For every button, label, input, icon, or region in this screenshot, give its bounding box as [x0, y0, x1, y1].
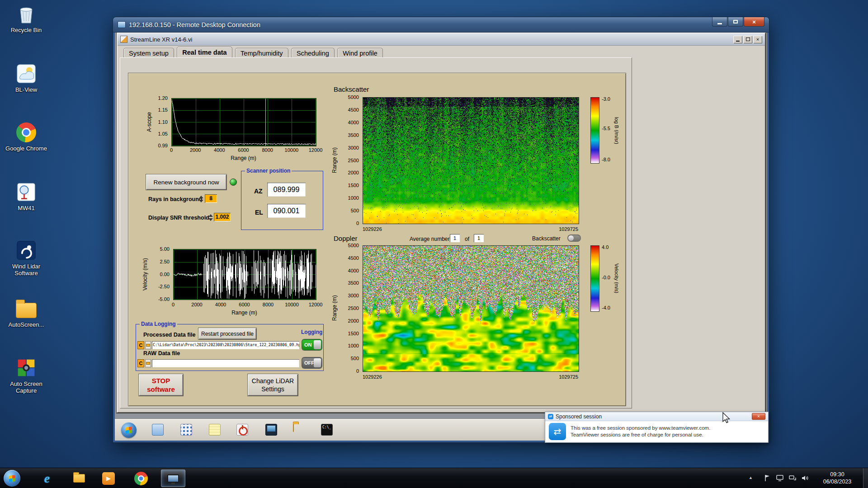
- hidden-icons-caret[interactable]: ▲: [749, 475, 753, 480]
- rdp-titlebar[interactable]: 192.168.0.150 - Remote Desktop Connectio…: [113, 17, 769, 33]
- backscatter-colorbar-label: log B (/m/sr): [613, 97, 620, 164]
- display-snr-threshold-field[interactable]: 1.002: [214, 213, 231, 221]
- internet-explorer-taskbar-button[interactable]: e: [35, 469, 59, 487]
- internet-explorer-icon: e: [44, 471, 50, 486]
- rays-in-background-field[interactable]: 8: [205, 194, 217, 203]
- desktop-icon-bl-view[interactable]: BL-View: [1, 62, 52, 93]
- tab-temp-humidity[interactable]: Temp/humidity: [235, 48, 288, 57]
- wind-lidar-icon: [1, 239, 52, 262]
- action-center-flag-icon[interactable]: [763, 474, 771, 482]
- processed-data-file-path[interactable]: C:\Lidar\Data\Proc\2023\202308\20230806\…: [152, 341, 299, 349]
- remote-taskbar-screenshot-icon[interactable]: [265, 424, 277, 436]
- el-indicator[interactable]: 090.001: [267, 204, 306, 218]
- clock-date: 06/08/2023: [816, 478, 858, 485]
- remote-taskbar-window-icon[interactable]: [152, 424, 164, 436]
- maximize-icon: [733, 20, 738, 23]
- drive-selector[interactable]: C: [137, 359, 144, 367]
- tab-scheduling[interactable]: Scheduling: [291, 48, 335, 57]
- desktop-icon-label: Recycle Bin: [1, 27, 52, 33]
- teamviewer-close-button[interactable]: ×: [752, 413, 765, 420]
- browse-icon[interactable]: [145, 359, 151, 367]
- drive-selector[interactable]: C: [137, 341, 144, 349]
- rays-spinner[interactable]: [199, 195, 204, 203]
- backscatter-display-toggle[interactable]: [567, 235, 581, 242]
- tab-real-time-data[interactable]: Real time data: [177, 47, 232, 57]
- raw-logging-toggle[interactable]: OFF: [302, 357, 322, 368]
- taskbar-clock[interactable]: 09:30 06/08/2023: [816, 471, 858, 485]
- rdp-minimize-button[interactable]: [712, 17, 727, 27]
- velocity-x-ticks: 020004000600080001000012000: [173, 302, 316, 308]
- remote-taskbar-folder-icon[interactable]: [293, 424, 305, 436]
- remote-taskbar-power-icon[interactable]: [236, 424, 248, 436]
- chrome-taskbar-button[interactable]: [129, 469, 153, 487]
- display-icon[interactable]: [776, 474, 784, 482]
- labview-titlebar[interactable]: StreamLine XR v14-6.vi ×: [118, 33, 765, 46]
- remote-taskbar-command-prompt-icon[interactable]: C:\_: [321, 424, 333, 436]
- mw41-icon: [1, 181, 52, 203]
- rdp-window: 192.168.0.150 - Remote Desktop Connectio…: [113, 17, 769, 443]
- desktop-icon-wind-lidar-software[interactable]: Wind Lidar Software: [1, 239, 52, 277]
- snr-spinner[interactable]: [208, 213, 213, 222]
- toggle-knob: [314, 340, 321, 349]
- average-number-field[interactable]: 1: [450, 234, 460, 242]
- rdp-taskbar-button[interactable]: [161, 469, 185, 487]
- tab-wind-profile[interactable]: Wind profile: [337, 48, 383, 57]
- remote-start-button[interactable]: [121, 422, 137, 438]
- bl-view-icon: [1, 62, 52, 85]
- doppler-y-axis-label: Range (m): [331, 245, 338, 371]
- ascope-x-ticks: 020004000600080001000012000: [171, 147, 316, 153]
- teamviewer-popup-titlebar[interactable]: ⇄ Sponsored session ×: [545, 412, 768, 421]
- media-player-taskbar-button[interactable]: ▶: [96, 469, 121, 487]
- renew-background-button[interactable]: Renew background now: [146, 174, 226, 190]
- minimize-icon: [736, 41, 740, 42]
- ascope-chart: A-scope 1.201.151.101.050.99 02000400060…: [137, 96, 331, 166]
- start-button[interactable]: [4, 470, 20, 487]
- toggle-knob: [568, 235, 574, 241]
- el-label: EL: [255, 209, 263, 216]
- desktop-icon-label: Auto Screen Capture: [1, 380, 52, 394]
- browse-icon[interactable]: [145, 341, 151, 349]
- recycle-bin-icon: [1, 3, 52, 25]
- windows-flag-icon: [9, 475, 15, 482]
- restart-processed-file-button[interactable]: Restart processed file: [198, 328, 256, 339]
- remote-taskbar-notes-icon[interactable]: [209, 424, 221, 436]
- labview-window-title: StreamLine XR v14-6.vi: [130, 36, 192, 43]
- folder-icon: [1, 297, 52, 320]
- processed-logging-toggle[interactable]: ON: [302, 339, 322, 350]
- data-logging-group: Data Logging Processed Data file Restart…: [136, 324, 324, 371]
- rdp-window-title: 192.168.0.150 - Remote Desktop Connectio…: [129, 21, 260, 28]
- toggle-state-label: ON: [302, 342, 312, 347]
- labview-close-button[interactable]: ×: [753, 36, 762, 43]
- scanner-position-title: Scanner position: [245, 168, 292, 174]
- windows-explorer-taskbar-button[interactable]: [67, 469, 91, 487]
- raw-data-file-path[interactable]: [152, 359, 299, 367]
- desktop-icon-autoscreen-folder[interactable]: AutoScreen...: [1, 297, 52, 328]
- of-label: of: [465, 236, 469, 242]
- tab-system-setup[interactable]: System setup: [123, 48, 174, 57]
- desktop-icon-auto-screen-capture[interactable]: Auto Screen Capture: [1, 357, 52, 394]
- change-lidar-settings-button[interactable]: Change LiDAR Settings: [248, 374, 298, 396]
- desktop-icon-label: Wind Lidar Software: [1, 263, 52, 277]
- desktop-icon-mw41[interactable]: MW41: [1, 181, 52, 211]
- network-icon[interactable]: [788, 474, 797, 482]
- folder-icon: [146, 362, 150, 365]
- rdp-maximize-button[interactable]: [728, 17, 743, 27]
- desktop-icon-recycle-bin[interactable]: Recycle Bin: [1, 3, 52, 33]
- backscatter-toggle-label: Backscatter: [532, 235, 561, 242]
- show-desktop-button[interactable]: [863, 468, 868, 488]
- folder-icon: [73, 474, 85, 483]
- volume-icon[interactable]: [801, 474, 809, 482]
- desktop-icon-label: BL-View: [1, 86, 52, 93]
- rdp-close-button[interactable]: ×: [744, 17, 764, 27]
- labview-maximize-button[interactable]: [743, 36, 752, 43]
- desktop-icon-google-chrome[interactable]: Google Chrome: [1, 121, 52, 152]
- close-icon: ×: [756, 37, 759, 42]
- az-indicator[interactable]: 089.999: [267, 183, 306, 197]
- real-time-data-panel: A-scope 1.201.151.101.050.99 02000400060…: [128, 73, 626, 406]
- ascope-y-ticks: 1.201.151.101.050.99: [137, 98, 170, 145]
- labview-minimize-button[interactable]: [733, 36, 742, 43]
- stop-software-button[interactable]: STOP software: [139, 374, 183, 396]
- remote-taskbar-apps-grid-icon[interactable]: [180, 424, 192, 436]
- average-total-field[interactable]: 1: [474, 234, 484, 242]
- backscatter-y-axis-label: Range (m): [331, 97, 338, 223]
